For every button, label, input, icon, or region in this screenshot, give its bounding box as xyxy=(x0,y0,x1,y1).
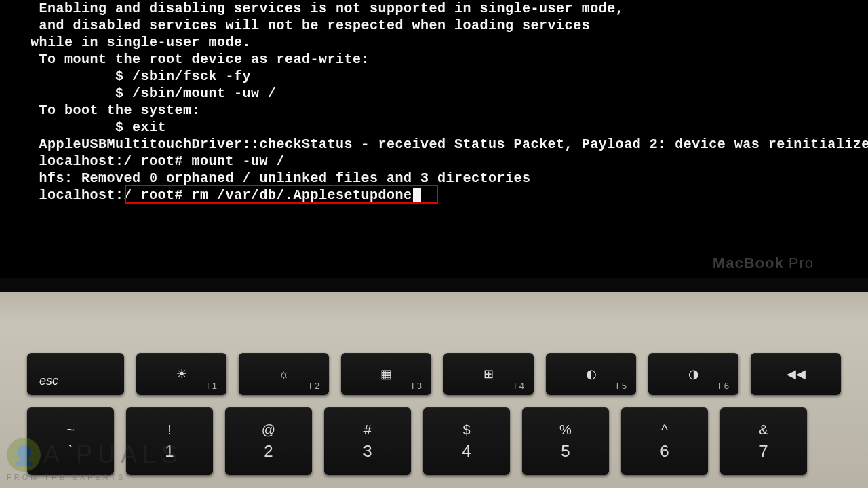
f6-key[interactable]: ◑F6 xyxy=(648,353,738,395)
terminal-line: Enabling and disabling services is not s… xyxy=(0,0,868,17)
function-key-row: esc ☀F1 ☼F2 ▦F3 ⊞F4 ◐F5 ◑F6 ◀◀ xyxy=(27,353,841,395)
terminal-line: and disabled services will not be respec… xyxy=(0,17,868,34)
f3-key[interactable]: ▦F3 xyxy=(341,353,431,395)
five-key[interactable]: %5 xyxy=(522,407,609,475)
terminal-line: hfs: Removed 0 orphaned / unlinked files… xyxy=(0,170,868,187)
terminal-line: $ /sbin/mount -uw / xyxy=(0,85,868,102)
two-key[interactable]: @2 xyxy=(225,407,312,475)
terminal-line: while in single-user mode. xyxy=(0,34,868,51)
launchpad-icon: ⊞ xyxy=(484,367,494,381)
f1-key[interactable]: ☀F1 xyxy=(136,353,226,395)
brightness-up-icon: ☼ xyxy=(278,367,290,381)
terminal-line: To mount the root device as read-write: xyxy=(0,51,868,68)
terminal-screen: Enabling and disabling services is not s… xyxy=(0,0,868,292)
rewind-key[interactable]: ◀◀ xyxy=(751,353,841,395)
terminal-line: To boot the system: xyxy=(0,102,868,119)
f2-key[interactable]: ☼F2 xyxy=(239,353,329,395)
terminal-line: AppleUSBMultitouchDriver::checkStatus - … xyxy=(0,136,868,153)
terminal-line: $ /sbin/fsck -fy xyxy=(0,68,868,85)
esc-key[interactable]: esc xyxy=(27,353,124,395)
laptop-brand-label: MacBook Pro xyxy=(713,255,814,271)
cursor-icon xyxy=(413,188,421,203)
terminal-line: $ exit xyxy=(0,119,868,136)
watermark: 👤 A PUALS FROM THE EXPERTS xyxy=(7,438,183,481)
terminal-prompt[interactable]: localhost:/ root# rm /var/db/.Applesetup… xyxy=(0,187,868,204)
watermark-logo-icon: 👤 xyxy=(7,438,41,472)
f5-key[interactable]: ◐F5 xyxy=(546,353,636,395)
f4-key[interactable]: ⊞F4 xyxy=(443,353,534,395)
mission-control-icon: ▦ xyxy=(380,367,392,381)
four-key[interactable]: $4 xyxy=(423,407,510,475)
six-key[interactable]: ^6 xyxy=(621,407,708,475)
keyboard-dim-icon: ◐ xyxy=(586,367,597,381)
rewind-icon: ◀◀ xyxy=(787,367,806,381)
brightness-down-icon: ☀ xyxy=(176,367,187,381)
terminal-line: localhost:/ root# mount -uw / xyxy=(0,153,868,170)
three-key[interactable]: #3 xyxy=(324,407,411,475)
keyboard-bright-icon: ◑ xyxy=(688,367,699,381)
seven-key[interactable]: &7 xyxy=(720,407,807,475)
